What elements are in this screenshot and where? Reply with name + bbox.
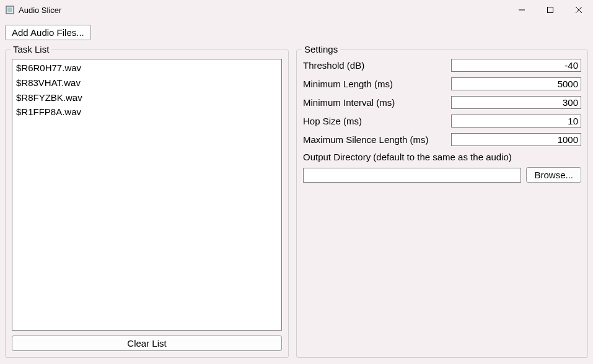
titlebar: Audio Slicer <box>0 0 593 20</box>
min-interval-label: Minimum Interval (ms) <box>303 97 445 108</box>
task-list-group: Task List $R6R0H77.wav$R83VHAT.wav$R8FYZ… <box>5 50 289 358</box>
threshold-row: Threshold (dB) <box>303 59 581 72</box>
output-directory-row: Browse... <box>303 167 581 183</box>
min-length-row: Minimum Length (ms) <box>303 77 581 90</box>
svg-rect-1 <box>7 7 12 12</box>
hop-size-row: Hop Size (ms) <box>303 115 581 128</box>
max-silence-label: Maximum Silence Length (ms) <box>303 134 445 145</box>
list-item[interactable]: $R8FYZBK.wav <box>14 90 280 105</box>
max-silence-input[interactable] <box>451 133 581 146</box>
task-list-title: Task List <box>11 44 51 54</box>
min-interval-row: Minimum Interval (ms) <box>303 96 581 109</box>
maximize-button[interactable] <box>536 0 564 20</box>
main-row: Task List $R6R0H77.wav$R83VHAT.wav$R8FYZ… <box>5 45 588 358</box>
min-interval-input[interactable] <box>451 96 581 109</box>
browse-button[interactable]: Browse... <box>526 167 581 183</box>
threshold-label: Threshold (dB) <box>303 60 445 71</box>
clear-list-button[interactable]: Clear List <box>12 336 282 351</box>
threshold-input[interactable] <box>451 59 581 72</box>
hop-size-input[interactable] <box>451 115 581 128</box>
settings-title: Settings <box>302 44 340 54</box>
list-item[interactable]: $R83VHAT.wav <box>14 76 280 90</box>
list-item[interactable]: $R1FFP8A.wav <box>14 105 280 119</box>
output-directory-label: Output Directory (default to the same as… <box>303 152 581 162</box>
output-directory-input[interactable] <box>303 168 521 183</box>
window-controls <box>507 0 593 20</box>
min-length-input[interactable] <box>451 77 581 90</box>
min-length-label: Minimum Length (ms) <box>303 79 445 89</box>
hop-size-label: Hop Size (ms) <box>303 116 445 126</box>
minimize-button[interactable] <box>507 0 536 20</box>
window-title: Audio Slicer <box>19 6 507 15</box>
svg-rect-3 <box>548 7 553 13</box>
settings-group: Settings Threshold (dB) Minimum Length (… <box>296 50 588 358</box>
content-area: Add Audio Files... Task List $R6R0H77.wa… <box>0 20 593 363</box>
close-button[interactable] <box>564 0 593 20</box>
add-audio-files-button[interactable]: Add Audio Files... <box>5 25 91 40</box>
list-item[interactable]: $R6R0H77.wav <box>14 61 280 76</box>
max-silence-row: Maximum Silence Length (ms) <box>303 133 581 146</box>
app-icon <box>5 5 15 15</box>
task-list[interactable]: $R6R0H77.wav$R83VHAT.wav$R8FYZBK.wav$R1F… <box>12 59 282 331</box>
